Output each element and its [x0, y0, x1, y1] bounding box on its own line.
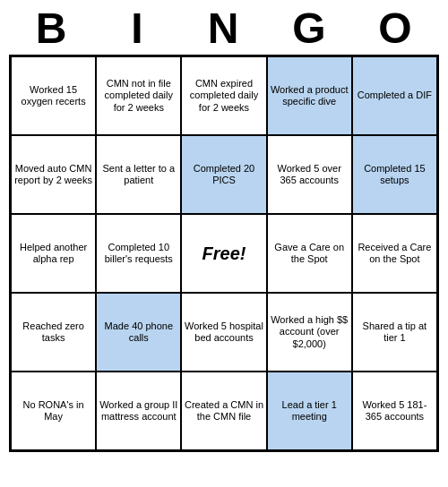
bingo-cell-21[interactable]: Worked a group II mattress account: [96, 372, 181, 450]
bingo-cell-14[interactable]: Received a Care on the Spot: [352, 214, 437, 293]
bingo-cell-23[interactable]: Lead a tier 1 meeting: [267, 372, 352, 450]
bingo-cell-12[interactable]: Free!: [181, 214, 266, 293]
bingo-cell-8[interactable]: Worked 5 over 365 accounts: [267, 135, 352, 214]
title-i: I: [95, 4, 181, 53]
bingo-cell-17[interactable]: Worked 5 hospital bed accounts: [181, 293, 266, 372]
bingo-cell-20[interactable]: No RONA's in May: [11, 372, 96, 450]
title-o: O: [353, 4, 439, 53]
bingo-cell-4[interactable]: Completed a DIF: [352, 56, 437, 135]
bingo-grid: Worked 15 oxygen recertsCMN not in file …: [9, 55, 439, 452]
bingo-title: B I N G O: [9, 0, 439, 55]
bingo-cell-15[interactable]: Reached zero tasks: [11, 293, 96, 372]
title-b: B: [9, 4, 95, 53]
title-n: N: [181, 4, 267, 53]
bingo-cell-1[interactable]: CMN not in file completed daily for 2 we…: [96, 56, 181, 135]
bingo-cell-6[interactable]: Sent a letter to a patient: [96, 135, 181, 214]
bingo-cell-18[interactable]: Worked a high $$ account (over $2,000): [267, 293, 352, 372]
bingo-cell-16[interactable]: Made 40 phone calls: [96, 293, 181, 372]
bingo-cell-13[interactable]: Gave a Care on the Spot: [267, 214, 352, 293]
bingo-cell-11[interactable]: Completed 10 biller's requests: [96, 214, 181, 293]
bingo-cell-7[interactable]: Completed 20 PICS: [181, 135, 266, 214]
title-g: G: [267, 4, 353, 53]
bingo-cell-0[interactable]: Worked 15 oxygen recerts: [11, 56, 96, 135]
bingo-cell-10[interactable]: Helped another alpha rep: [11, 214, 96, 293]
bingo-cell-9[interactable]: Completed 15 setups: [352, 135, 437, 214]
bingo-cell-22[interactable]: Created a CMN in the CMN file: [181, 372, 266, 450]
bingo-cell-24[interactable]: Worked 5 181-365 accounts: [352, 372, 437, 450]
bingo-cell-2[interactable]: CMN expired completed daily for 2 weeks: [181, 56, 266, 135]
bingo-cell-19[interactable]: Shared a tip at tier 1: [352, 293, 437, 372]
bingo-cell-5[interactable]: Moved auto CMN report by 2 weeks: [11, 135, 96, 214]
bingo-cell-3[interactable]: Worked a product specific dive: [267, 56, 352, 135]
